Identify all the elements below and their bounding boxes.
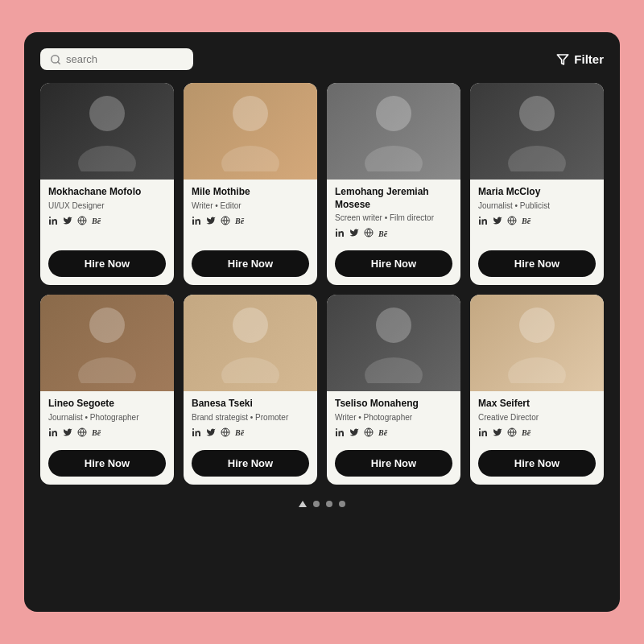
- linkedin-icon[interactable]: [335, 427, 345, 439]
- svg-point-4: [78, 146, 136, 171]
- website-icon[interactable]: [364, 228, 374, 239]
- person-silhouette: [361, 303, 426, 383]
- profile-role: Writer • Photographer: [335, 412, 452, 423]
- card-body: Maria McCloyJournalist • PublicistBē: [470, 180, 604, 246]
- svg-point-10: [221, 146, 279, 171]
- twitter-icon[interactable]: [63, 427, 72, 439]
- person-silhouette: [505, 303, 569, 383]
- pagination-indicator[interactable]: [326, 501, 332, 507]
- person-silhouette: [361, 91, 426, 171]
- svg-point-46: [508, 357, 566, 383]
- behance-icon[interactable]: Bē: [522, 217, 530, 225]
- profile-photo: [327, 83, 460, 180]
- search-icon: [50, 54, 61, 65]
- linkedin-icon[interactable]: [478, 216, 488, 227]
- card-body: Tseliso MonahengWriter • PhotographerBē: [327, 391, 460, 445]
- website-icon[interactable]: [221, 427, 230, 439]
- twitter-icon[interactable]: [63, 216, 72, 227]
- svg-point-24: [479, 217, 481, 218]
- profile-name: Banesa Tseki: [192, 398, 309, 411]
- twitter-icon[interactable]: [493, 427, 502, 439]
- profile-name: Mile Mothibe: [192, 186, 309, 199]
- svg-rect-11: [192, 219, 194, 225]
- profile-photo: [40, 83, 174, 180]
- hire-now-button[interactable]: Hire Now: [478, 450, 596, 477]
- card-body: Lineo SegoeteJournalist • PhotographerBē: [40, 391, 174, 445]
- profile-photo: [470, 83, 604, 180]
- profile-card: Banesa TsekiBrand strategist • PromoterB…: [184, 295, 317, 485]
- svg-rect-23: [479, 219, 481, 225]
- svg-point-28: [78, 357, 136, 383]
- svg-point-36: [192, 428, 194, 430]
- hire-now-button[interactable]: Hire Now: [335, 250, 452, 277]
- card-body: Max SeifertCreative DirectorBē: [470, 391, 604, 445]
- hire-now-button[interactable]: Hire Now: [192, 450, 309, 477]
- svg-point-42: [336, 428, 337, 430]
- card-body: Mokhachane MofoloUI/UX DesignerBē: [40, 180, 174, 246]
- filter-button[interactable]: Filter: [556, 52, 604, 66]
- social-icons-row: Bē: [48, 216, 166, 227]
- person-silhouette: [218, 91, 283, 171]
- svg-rect-29: [49, 431, 51, 436]
- profile-photo: [184, 83, 317, 180]
- twitter-icon[interactable]: [349, 427, 359, 439]
- twitter-icon[interactable]: [206, 427, 216, 439]
- profile-photo: [184, 295, 317, 391]
- profile-card: Lemohang Jeremiah MoseseScreen writer • …: [327, 83, 460, 285]
- social-icons-row: Bē: [478, 427, 596, 439]
- hire-now-button[interactable]: Hire Now: [335, 450, 452, 477]
- website-icon[interactable]: [77, 216, 87, 227]
- hire-now-button[interactable]: Hire Now: [478, 250, 596, 277]
- pagination-indicator[interactable]: [339, 501, 345, 507]
- card-body: Lemohang Jeremiah MoseseScreen writer • …: [327, 180, 460, 246]
- behance-icon[interactable]: Bē: [378, 428, 387, 437]
- website-icon[interactable]: [364, 427, 374, 439]
- search-input[interactable]: [66, 53, 184, 65]
- linkedin-icon[interactable]: [192, 427, 201, 439]
- linkedin-icon[interactable]: [48, 427, 58, 439]
- profile-name: Maria McCloy: [478, 186, 596, 199]
- pagination-indicator-active[interactable]: [299, 501, 307, 507]
- hire-now-button[interactable]: Hire Now: [48, 450, 166, 477]
- linkedin-icon[interactable]: [48, 216, 58, 227]
- profile-role: Brand strategist • Promoter: [192, 412, 309, 423]
- profile-card: Mile MothibeWriter • EditorBēHire Now: [184, 83, 317, 285]
- website-icon[interactable]: [77, 427, 87, 439]
- social-icons-row: Bē: [335, 427, 452, 439]
- website-icon[interactable]: [507, 216, 517, 227]
- behance-icon[interactable]: Bē: [92, 217, 101, 225]
- twitter-icon[interactable]: [493, 216, 502, 227]
- website-icon[interactable]: [221, 216, 230, 227]
- website-icon[interactable]: [507, 427, 517, 439]
- behance-icon[interactable]: Bē: [522, 428, 530, 437]
- profile-name: Max Seifert: [478, 398, 596, 411]
- linkedin-icon[interactable]: [192, 216, 201, 227]
- twitter-icon[interactable]: [206, 216, 216, 227]
- social-icons-row: Bē: [192, 216, 309, 227]
- behance-icon[interactable]: Bē: [235, 217, 244, 225]
- pagination-indicator[interactable]: [313, 501, 320, 507]
- profile-name: Lineo Segoete: [48, 398, 166, 411]
- svg-point-33: [233, 308, 268, 343]
- profile-card: Tseliso MonahengWriter • PhotographerBēH…: [327, 295, 460, 485]
- behance-icon[interactable]: Bē: [235, 428, 244, 437]
- profile-name: Lemohang Jeremiah Mosese: [335, 186, 452, 211]
- svg-point-18: [336, 229, 337, 230]
- svg-marker-2: [558, 55, 568, 64]
- hire-now-button[interactable]: Hire Now: [48, 250, 166, 277]
- hire-now-button[interactable]: Hire Now: [192, 250, 309, 277]
- profile-grid: Mokhachane MofoloUI/UX DesignerBēHire No…: [40, 83, 604, 485]
- behance-icon[interactable]: Bē: [378, 229, 387, 238]
- svg-point-34: [221, 357, 279, 383]
- twitter-icon[interactable]: [349, 228, 359, 239]
- linkedin-icon[interactable]: [478, 427, 488, 439]
- svg-point-40: [365, 357, 423, 383]
- card-body: Mile MothibeWriter • EditorBē: [184, 180, 317, 246]
- app-container: Filter Mokhachane MofoloUI/UX DesignerBē…: [24, 32, 620, 612]
- linkedin-icon[interactable]: [335, 228, 345, 239]
- profile-card: Max SeifertCreative DirectorBēHire Now: [470, 295, 604, 485]
- profile-role: UI/UX Designer: [48, 200, 166, 211]
- svg-point-48: [479, 428, 481, 430]
- svg-point-16: [365, 146, 423, 171]
- behance-icon[interactable]: Bē: [92, 428, 101, 437]
